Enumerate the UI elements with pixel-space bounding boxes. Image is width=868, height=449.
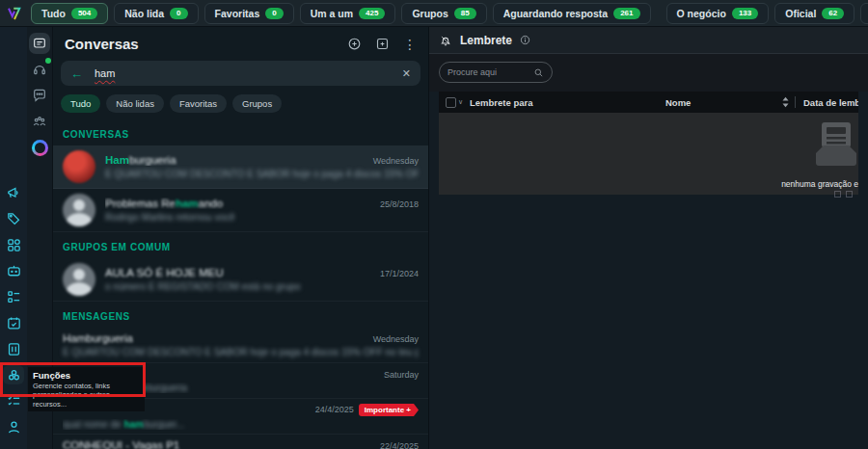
name-pre: Problemas Re (105, 198, 176, 209)
reminders-search-input[interactable] (448, 67, 529, 77)
select-all-checkbox[interactable] (446, 97, 456, 108)
apps-grid-icon[interactable] (3, 235, 24, 254)
brand-logo[interactable] (4, 3, 25, 24)
reminders-header: Lembrete (429, 27, 868, 54)
table-header-row: ∨ Lembrete para Nome Data de lembrete (439, 92, 858, 113)
tab-favoritas[interactable]: Favoritas 0 (204, 3, 294, 24)
message-preview: É QUARTOU COM DESCONTO E SABOR hoje o pa… (63, 347, 419, 357)
col-nome[interactable]: Nome (665, 97, 781, 108)
sender-name: Hamburgueria (63, 332, 366, 344)
calendar-check-icon[interactable] (3, 313, 24, 332)
group-item[interactable]: AULA SÓ É HOJE MEU 17/1/2024 o número É … (53, 258, 428, 302)
timestamp: 25/8/2018 (380, 199, 419, 209)
page-title: Conversas (65, 36, 334, 52)
avatar (63, 150, 95, 183)
timestamp: Saturday (384, 370, 419, 380)
preview-pre: qual nome de (63, 419, 123, 430)
message-item[interactable]: CONHEQUI - Vagas P1 22/4/2025 +55 11 986… (53, 435, 428, 449)
tooltip-description: Gerencie contatos, links personalizados … (33, 382, 140, 409)
journal-icon[interactable] (3, 339, 24, 358)
tab-o-negocio[interactable]: O negócio 133 (666, 3, 770, 24)
col-data-lembrete[interactable]: Data de lembrete (796, 97, 858, 108)
new-chat-icon[interactable] (347, 37, 362, 51)
back-arrow-icon[interactable]: ← (70, 66, 83, 81)
clear-search-icon[interactable]: ✕ (402, 67, 411, 80)
timestamp: Wednesday (373, 334, 419, 344)
reminders-panel: Lembrete (429, 27, 868, 449)
chevron-down-icon[interactable]: ∨ (458, 98, 463, 106)
section-mensagens: MENSAGENS (53, 302, 428, 328)
tab-tudo[interactable]: Tudo 504 (31, 3, 108, 24)
tab-count-badge: 425 (359, 8, 385, 19)
checklist-icon[interactable] (3, 391, 24, 410)
reminders-table: ∨ Lembrete para Nome Data de lembrete (439, 92, 858, 195)
feature-rail (0, 27, 27, 449)
chip-favoritas[interactable]: Favoritas (170, 94, 227, 113)
group-name: AULA SÓ É HOJE MEU (105, 267, 372, 278)
functions-icon[interactable] (3, 365, 24, 384)
tab-count-badge: 62 (822, 8, 844, 19)
tab-teste[interactable]: teste 1 (860, 3, 868, 24)
reminders-title: Lembrete (460, 34, 512, 47)
conversation-item[interactable]: Hamburgueria Wednesday É QUARTOU COM DES… (53, 145, 428, 189)
timestamp: Wednesday (373, 156, 419, 166)
tab-label: Oficial (785, 8, 816, 19)
chatbot-icon[interactable] (3, 261, 24, 280)
important-badge: Importante + (359, 404, 419, 416)
chip-nao-lidas[interactable]: Não lidas (106, 94, 164, 113)
tab-count-badge: 504 (71, 8, 97, 19)
chat-dots-icon[interactable] (29, 85, 50, 106)
tab-grupos[interactable]: Grupos 85 (401, 3, 486, 24)
message-preview: É QUARTOU COM DESCONTO E SABOR hoje o pa… (105, 169, 419, 179)
chip-grupos[interactable]: Grupos (232, 94, 282, 113)
chats-icon[interactable] (29, 33, 50, 54)
tab-aguardando-resposta[interactable]: Aguardando resposta 261 (493, 3, 651, 24)
functions-tooltip: Funções Gerencie contatos, links persona… (28, 367, 145, 411)
tag-icon[interactable] (3, 209, 24, 228)
people-group-icon[interactable] (29, 111, 50, 132)
name-match: Ham (105, 154, 129, 166)
chat-search-bar[interactable]: ← ham ✕ (61, 61, 420, 86)
chat-search-input[interactable]: ham (95, 67, 391, 79)
megaphone-icon[interactable] (3, 183, 24, 202)
empty-state-text: nenhuma gravação e (781, 179, 858, 189)
new-panel-icon[interactable] (375, 37, 390, 51)
tooltip-title: Funções (33, 370, 140, 381)
tab-label: Aguardando resposta (503, 8, 609, 19)
timestamp: 24/4/2025 (315, 405, 354, 414)
tab-label: Não lida (124, 8, 164, 19)
table-pagination[interactable] (834, 191, 853, 198)
col-lembrete-para[interactable]: Lembrete para (470, 97, 665, 108)
reminders-content-area (429, 195, 868, 449)
preview-match: ham (123, 419, 144, 430)
ai-ring-icon[interactable] (29, 137, 50, 158)
headset-icon[interactable] (29, 59, 50, 80)
tab-label: O negócio (677, 8, 726, 19)
tab-oficial[interactable]: Oficial 62 (774, 3, 854, 24)
info-icon[interactable] (520, 35, 530, 45)
table-empty-body: nenhuma gravação e (439, 113, 858, 195)
filter-chips: Tudo Não lidas Favoritas Grupos (53, 90, 428, 119)
form-list-icon[interactable] (3, 287, 24, 306)
tab-count-badge: 261 (613, 8, 639, 19)
timestamp: 17/1/2024 (380, 269, 419, 278)
sort-icon[interactable] (781, 96, 795, 108)
section-grupos: GRUPOS EM COMUM (53, 232, 428, 258)
conversation-item[interactable]: Problemas Rehamando 25/8/2018 Rodrigo Ma… (53, 189, 428, 232)
name-match: ham (176, 198, 199, 209)
tab-label: Um a um (311, 8, 353, 19)
person-icon[interactable] (3, 417, 24, 436)
tab-label: Tudo (41, 8, 66, 19)
reminders-search[interactable] (439, 62, 553, 83)
bell-icon (439, 34, 452, 47)
chip-tudo[interactable]: Tudo (61, 94, 100, 113)
tab-nao-lida[interactable]: Não lida 0 (114, 3, 198, 24)
sender-name: CONHEQUI - Vagas P1 (63, 439, 372, 449)
reminders-toolbar (429, 54, 868, 92)
menu-kebab-icon[interactable]: ⋮ (403, 38, 417, 51)
search-icon (533, 67, 544, 78)
message-preview: Rodrigo Martins retornou você (105, 212, 235, 223)
message-item[interactable]: Hamburgueria Wednesday É QUARTOU COM DES… (53, 328, 428, 363)
avatar (63, 263, 95, 296)
tab-um-a-um[interactable]: Um a um 425 (300, 3, 396, 24)
